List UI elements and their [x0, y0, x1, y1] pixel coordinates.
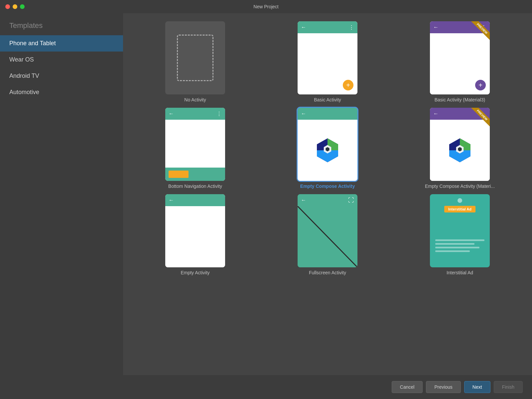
back-arrow-empty-compose-m3: ← [433, 111, 439, 117]
previous-button[interactable]: Previous [426, 381, 461, 393]
preview-badge-compose-m3: PREVIEW [466, 108, 490, 131]
phone-toolbar-fullscreen: ← ⛶ [298, 194, 357, 206]
template-basic-activity-m3-preview: ← ⋮ + PREVIEW [430, 21, 490, 94]
next-button[interactable]: Next [464, 381, 490, 393]
bottom-nav-btn [169, 171, 189, 178]
dialog: Templates Phone and Tablet Wear OS Andro… [0, 13, 532, 399]
traffic-lights [5, 4, 25, 9]
template-fullscreen-label: Fullscreen Activity [309, 270, 346, 275]
template-basic-activity-m3-label: Basic Activity (Material3) [435, 97, 485, 102]
template-basic-activity-label: Basic Activity [314, 97, 341, 102]
template-interstitial-ad-preview: Interstitial Ad [430, 194, 490, 267]
template-empty-compose[interactable]: ← [265, 108, 390, 189]
bottom-bar: Cancel Previous Next Finish [123, 375, 532, 399]
phone-mockup-empty-activity: ← [165, 194, 225, 267]
sidebar-label: Templates [0, 13, 123, 35]
more-options-icon: ⋮ [349, 24, 354, 31]
template-no-activity-preview [165, 21, 225, 94]
preview-badge-m3: PREVIEW [466, 21, 490, 45]
phone-toolbar-empty-compose: ← [298, 108, 357, 120]
phone-body-empty-activity [165, 206, 225, 267]
templates-grid: No Activity ← ⋮ + Basic Activity [123, 13, 532, 375]
template-no-activity-label: No Activity [184, 97, 206, 102]
template-interstitial-ad[interactable]: Interstitial Ad Interstitial Ad [397, 194, 523, 275]
sidebar-item-wear-os[interactable]: Wear OS [0, 52, 123, 68]
template-basic-activity-preview: ← ⋮ + [298, 21, 357, 94]
template-basic-activity[interactable]: ← ⋮ + Basic Activity [265, 21, 390, 102]
phone-mockup-empty-compose: ← [298, 108, 357, 181]
finish-button[interactable]: Finish [494, 381, 523, 393]
template-bottom-nav-preview: ← ⋮ [165, 108, 225, 181]
interstitial-dot [458, 198, 462, 203]
minimize-button[interactable] [13, 4, 17, 9]
diagonal-line-svg [298, 206, 357, 267]
template-empty-activity[interactable]: ← Empty Activity [132, 194, 258, 275]
fab-button-basic: + [343, 80, 353, 90]
phone-body-basic: + [298, 33, 357, 94]
template-fullscreen-preview: ← ⛶ [298, 194, 357, 267]
phone-body-empty-compose [298, 120, 357, 181]
phone-mockup-interstitial: Interstitial Ad [430, 194, 490, 267]
template-basic-activity-m3[interactable]: ← ⋮ + PREVIEW Basic Activity (Material3) [397, 21, 523, 102]
template-fullscreen[interactable]: ← ⛶ Fullscreen Activity [265, 194, 390, 275]
more-options-bottom-nav: ⋮ [216, 111, 222, 117]
back-arrow-fullscreen: ← [301, 197, 306, 203]
sidebar-item-automotive[interactable]: Automotive [0, 84, 123, 100]
phone-toolbar-basic: ← ⋮ [298, 21, 357, 33]
template-empty-compose-label: Empty Compose Activity [300, 184, 355, 189]
phone-body-fullscreen [298, 206, 357, 267]
interstitial-line-3 [435, 247, 479, 248]
back-arrow-icon: ← [301, 24, 306, 30]
template-empty-activity-preview: ← [165, 194, 225, 267]
phone-mockup-fullscreen: ← ⛶ [298, 194, 357, 267]
fab-button-m3: + [475, 80, 486, 90]
template-empty-activity-label: Empty Activity [181, 270, 209, 275]
sidebar-item-phone-tablet[interactable]: Phone and Tablet [0, 35, 123, 52]
interstitial-line-2 [435, 243, 474, 245]
template-bottom-nav-label: Bottom Navigation Activity [168, 184, 222, 189]
phone-toolbar-empty-activity: ← [165, 194, 225, 206]
compose-logo-svg-m3 [447, 137, 473, 164]
phone-mockup-basic: ← ⋮ + [298, 21, 357, 94]
interstitial-ad-badge: Interstitial Ad [444, 206, 475, 212]
maximize-button[interactable] [20, 4, 25, 9]
template-no-activity[interactable]: No Activity [132, 21, 258, 102]
template-empty-compose-m3-label: Empty Compose Activity (Materi... [425, 184, 495, 189]
window-title: New Project [253, 4, 278, 9]
bottom-nav-bar [165, 168, 225, 181]
template-bottom-nav[interactable]: ← ⋮ Bottom Navigation Activity [132, 108, 258, 189]
compose-icon [298, 120, 357, 181]
template-empty-compose-m3[interactable]: ← [397, 108, 523, 189]
phone-body-bottom-nav [165, 120, 225, 168]
interstitial-line-4 [435, 250, 470, 252]
template-empty-compose-preview: ← [298, 108, 357, 181]
back-arrow-icon-m3: ← [433, 24, 439, 30]
back-arrow-empty-compose: ← [301, 111, 306, 117]
close-button[interactable] [5, 4, 10, 9]
sidebar: Templates Phone and Tablet Wear OS Andro… [0, 13, 123, 399]
phone-mockup-bottom-nav: ← ⋮ [165, 108, 225, 181]
cancel-button[interactable]: Cancel [392, 381, 423, 393]
interstitial-line-1 [435, 239, 484, 241]
back-arrow-empty-activity: ← [169, 197, 174, 203]
content-area: No Activity ← ⋮ + Basic Activity [123, 13, 532, 399]
dashed-rect-icon [177, 35, 213, 81]
phone-toolbar-bottom-nav: ← ⋮ [165, 108, 225, 120]
interstitial-lines [435, 239, 484, 254]
svg-line-10 [298, 206, 357, 267]
compose-logo-svg [314, 137, 341, 164]
template-empty-compose-m3-preview: ← [430, 108, 490, 181]
template-interstitial-ad-label: Interstitial Ad [447, 270, 473, 275]
fullscreen-icon: ⛶ [348, 197, 354, 204]
titlebar: New Project [0, 0, 532, 13]
sidebar-item-android-tv[interactable]: Android TV [0, 68, 123, 84]
back-arrow-bottom-nav: ← [169, 111, 174, 117]
